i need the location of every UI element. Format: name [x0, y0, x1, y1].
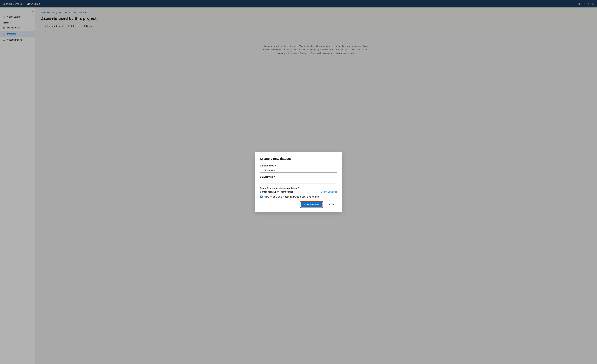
- checkbox-label: Allow Vision Studio to read and write to…: [264, 196, 319, 198]
- dataset-name-input[interactable]: [260, 168, 337, 173]
- dataset-name-label: Dataset name *: [260, 165, 337, 167]
- storage-required: *: [298, 187, 299, 189]
- storage-container-name: Contosocontainer - contosoblob: [260, 190, 294, 193]
- modal-title: Create a new dataset: [260, 157, 291, 160]
- dataset-name-required: *: [275, 165, 276, 167]
- modal-footer: Create dataset Cancel: [260, 202, 337, 207]
- storage-section: Select Azure blob storage container * Co…: [260, 187, 337, 193]
- dataset-type-label: Dataset type *: [260, 176, 337, 178]
- blob-permission-checkbox-row: Allow Vision Studio to read and write to…: [260, 196, 337, 198]
- modal-header: Create a new dataset ✕: [260, 157, 337, 161]
- select-container-link[interactable]: Select Container: [321, 190, 337, 193]
- close-icon: ✕: [334, 157, 336, 160]
- dataset-type-select[interactable]: [260, 179, 337, 184]
- create-dataset-button[interactable]: Create dataset: [301, 202, 322, 207]
- dataset-type-select-wrapper: ▾: [260, 179, 337, 184]
- modal-overlay: Create a new dataset ✕ Dataset name * Da…: [0, 0, 597, 364]
- dataset-type-required: *: [274, 176, 275, 178]
- modal-close-button[interactable]: ✕: [333, 157, 337, 161]
- cancel-button[interactable]: Cancel: [324, 202, 337, 207]
- dataset-type-group: Dataset type * ▾: [260, 176, 337, 184]
- create-dataset-modal: Create a new dataset ✕ Dataset name * Da…: [255, 152, 342, 212]
- blob-permission-checkbox[interactable]: [260, 196, 263, 198]
- dataset-name-group: Dataset name *: [260, 165, 337, 173]
- storage-label: Select Azure blob storage container *: [260, 187, 337, 189]
- storage-row: Contosocontainer - contosoblob Select Co…: [260, 190, 337, 193]
